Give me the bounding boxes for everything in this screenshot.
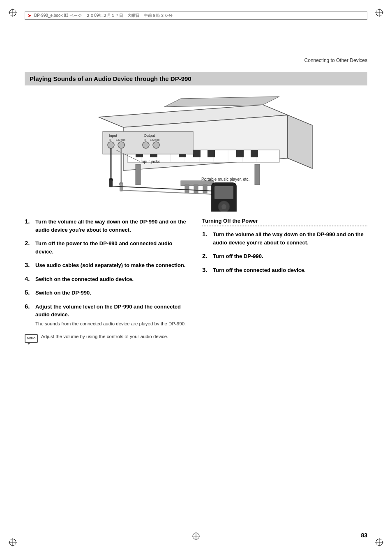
right-step-2-text: Turn off the DP-990. <box>213 253 263 259</box>
file-info-text: DP-990_e.book 83 ページ ２０09年２月１７日 火曜日 午前８時… <box>34 13 173 18</box>
diagram-svg: Input Output R L/Mono R L/Mono Input jac… <box>25 92 367 212</box>
svg-rect-32 <box>251 150 258 157</box>
corner-mark-tr <box>375 8 384 17</box>
svg-point-63 <box>221 204 226 209</box>
step-3-text: Use audio cables (sold separately) to ma… <box>35 262 186 268</box>
step-2-content: Turn off the power to the DP-990 and con… <box>35 240 190 256</box>
step-2: 2. Turn off the power to the DP-990 and … <box>25 240 190 256</box>
step-6-sub: The sounds from the connected audio devi… <box>35 320 190 327</box>
step-4: 4. Switch on the connected audio device. <box>25 275 190 283</box>
svg-text:R: R <box>144 138 146 141</box>
step-3-content: Use audio cables (sold separately) to ma… <box>35 261 190 269</box>
svg-rect-61 <box>214 186 233 199</box>
center-bottom-mark <box>191 532 201 542</box>
step-4-text: Switch on the connected audio device. <box>35 276 134 282</box>
right-column: Turning Off the Power 1. Turn the volume… <box>198 218 367 343</box>
right-step-1: 1. Turn the volume all the way down on t… <box>202 230 367 246</box>
step-5: 5. Switch on the DP-990. <box>25 289 190 297</box>
section-title: Connecting to Other Devices <box>304 58 367 63</box>
right-step-3-content: Turn off the connected audio device. <box>213 266 367 274</box>
step-1-number: 1. <box>25 218 34 225</box>
step-4-content: Switch on the connected audio device. <box>35 275 190 283</box>
right-step-1-number: 1. <box>202 230 211 238</box>
memo-box: MEMO Adjust the volume by using the cont… <box>25 333 190 343</box>
step-2-text: Turn off the power to the DP-990 and con… <box>35 240 172 255</box>
page-number: 83 <box>361 532 367 539</box>
right-step-2: 2. Turn off the DP-990. <box>202 252 367 260</box>
memo-text: Adjust the volume by using the controls … <box>41 333 168 340</box>
svg-rect-30 <box>208 150 215 157</box>
svg-text:Portable music player, etc.: Portable music player, etc. <box>201 177 249 182</box>
svg-rect-31 <box>236 150 244 157</box>
svg-rect-38 <box>203 185 207 193</box>
right-step-3-number: 3. <box>202 266 211 274</box>
step-1-text: Turn the volume all the way down on the … <box>35 219 186 233</box>
svg-rect-37 <box>194 185 198 193</box>
corner-mark-bl <box>8 538 17 547</box>
step-6-content: Adjust the volume level on the DP-990 an… <box>35 303 190 327</box>
memo-label: MEMO <box>27 337 35 340</box>
step-3: 3. Use audio cables (sold separately) to… <box>25 261 190 269</box>
step-2-number: 2. <box>25 240 34 247</box>
step-6-text: Adjust the volume level on the DP-990 an… <box>35 304 181 318</box>
svg-point-44 <box>143 142 149 148</box>
right-step-1-content: Turn the volume all the way down on the … <box>213 230 367 246</box>
section-title-line <box>25 66 367 66</box>
svg-point-42 <box>108 142 114 148</box>
svg-rect-33 <box>136 164 141 185</box>
svg-text:L/Mono: L/Mono <box>116 138 125 141</box>
file-info-bar: ➤ DP-990_e.book 83 ページ ２０09年２月１７日 火曜日 午前… <box>25 12 367 20</box>
svg-text:R: R <box>109 138 111 141</box>
instructions-area: 1. Turn the volume all the way down on t… <box>25 218 367 343</box>
right-step-3: 3. Turn off the connected audio device. <box>202 266 367 274</box>
svg-rect-29 <box>193 150 201 157</box>
step-1: 1. Turn the volume all the way down on t… <box>25 218 190 234</box>
svg-text:L/Mono: L/Mono <box>150 138 159 141</box>
corner-mark-tl <box>8 8 17 17</box>
page: ➤ DP-990_e.book 83 ページ ２０09年２月１７日 火曜日 午前… <box>0 0 392 555</box>
memo-icon: MEMO <box>25 334 38 343</box>
step-5-content: Switch on the DP-990. <box>35 289 190 297</box>
svg-text:Output: Output <box>144 134 155 138</box>
arrow-icon: ➤ <box>28 13 32 18</box>
chapter-heading: Playing Sounds of an Audio Device throug… <box>25 72 367 85</box>
step-3-number: 3. <box>25 261 34 269</box>
diagram-area: Input Output R L/Mono R L/Mono Input jac… <box>25 92 367 212</box>
step-4-number: 4. <box>25 275 34 283</box>
step-6: 6. Adjust the volume level on the DP-990… <box>25 303 190 327</box>
svg-point-45 <box>153 142 159 148</box>
svg-text:Input: Input <box>109 134 118 138</box>
left-column: 1. Turn the volume all the way down on t… <box>25 218 190 343</box>
svg-text:Input jacks: Input jacks <box>141 159 160 164</box>
step-1-content: Turn the volume all the way down on the … <box>35 218 190 234</box>
right-step-3-text: Turn off the connected audio device. <box>213 267 306 273</box>
right-step-2-content: Turn off the DP-990. <box>213 252 367 260</box>
step-5-number: 5. <box>25 289 34 296</box>
right-step-2-number: 2. <box>202 252 211 260</box>
corner-mark-br <box>375 538 384 547</box>
step-5-text: Switch on the DP-990. <box>35 290 91 296</box>
right-step-1-text: Turn the volume all the way down on the … <box>213 231 364 246</box>
right-subheading: Turning Off the Power <box>202 218 367 226</box>
svg-marker-14 <box>288 115 312 168</box>
step-6-number: 6. <box>25 303 34 310</box>
svg-point-43 <box>118 142 125 148</box>
svg-line-59 <box>121 190 214 194</box>
svg-rect-36 <box>185 185 189 193</box>
svg-rect-34 <box>255 164 260 185</box>
